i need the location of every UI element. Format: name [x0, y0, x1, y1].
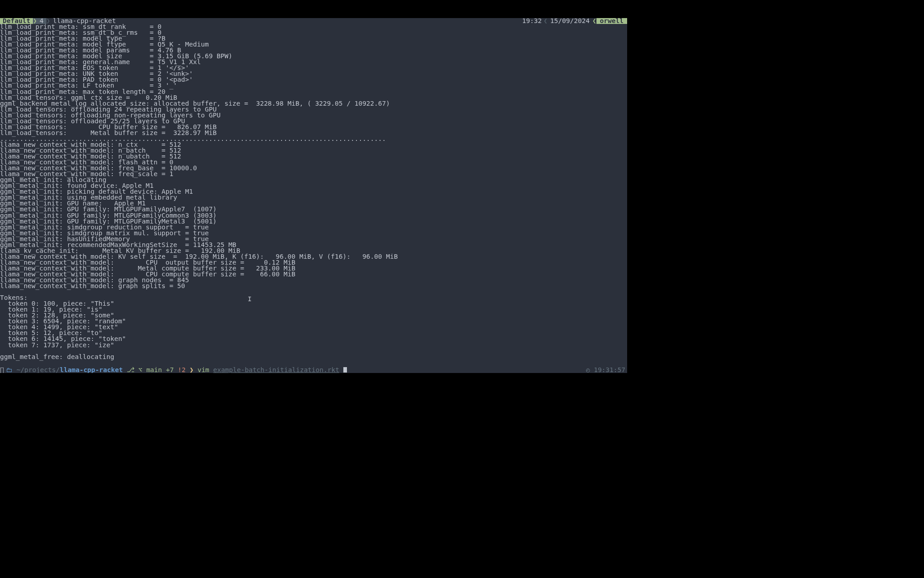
- block-cursor: [343, 367, 347, 373]
- prompt-arrow-icon: ❯: [189, 366, 194, 373]
- git-dirty: !2: [178, 366, 185, 373]
- path-repo: llama-cpp-racket: [60, 366, 123, 373]
- output-line: [0, 360, 627, 366]
- shell-prompt[interactable]: 🗀 ~/projects/llama-cpp-racket ⎇ ⌥ main …: [0, 367, 627, 373]
- git-icon: ⎇: [127, 366, 134, 373]
- terminal-output[interactable]: llm_load_print_meta: ssm_dt_rank = 0llm_…: [0, 24, 627, 366]
- git-ahead: +7: [166, 366, 174, 373]
- output-line: [0, 289, 627, 295]
- clock-icon: ◴: [586, 366, 590, 373]
- git-branch-icon: ⌥: [139, 366, 143, 373]
- output-line: token 7: 1737, piece: "ize": [0, 342, 627, 348]
- clock-time: 19:32: [522, 18, 544, 24]
- date: 15/09/2024: [548, 18, 592, 24]
- powerline-arrow-left-icon: ❮: [544, 18, 548, 24]
- output-line: llama_new_context_with_model: graph spli…: [0, 283, 627, 289]
- folder-icon: 🗀: [6, 366, 13, 373]
- branch-name: main: [146, 366, 162, 373]
- hostname: orwell: [596, 18, 627, 24]
- command: vim: [198, 366, 209, 373]
- powerline-arrow-left-icon: ❮: [592, 18, 596, 24]
- prompt-right-time: ◴ 19:31:57: [586, 367, 625, 373]
- path-prefix: ~/projects/: [16, 366, 60, 373]
- letterbox-bottom: [0, 373, 924, 578]
- last-cmd-time: 19:31:57: [594, 366, 625, 373]
- apple-icon: : [0, 366, 6, 373]
- output-line: ggml_metal_free: deallocating: [0, 354, 627, 360]
- command-arg: example-batch-initialization.rkt: [213, 366, 339, 373]
- status-right: 19:32 ❮ 15/09/2024 ❮ orwell: [522, 18, 627, 24]
- terminal-window[interactable]: Default❯ 4❯ llama-cpp-racket 19:32 ❮ 15/…: [0, 18, 627, 373]
- letterbox-top: [0, 0, 924, 18]
